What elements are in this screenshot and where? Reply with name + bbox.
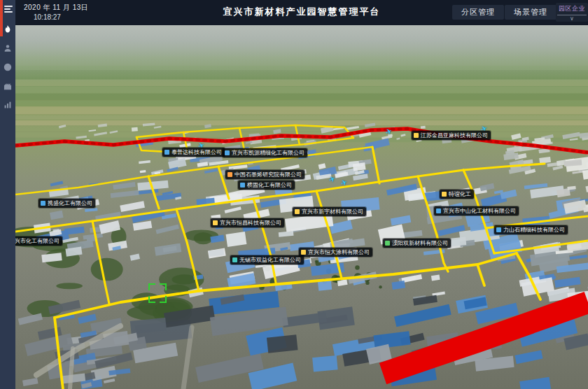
- company-name: 无锡市双益化工有限公司: [239, 256, 301, 264]
- globe-icon: [4, 63, 12, 71]
- sidebar: [0, 0, 15, 389]
- company-marker-icon: [295, 209, 300, 214]
- menu-icon[interactable]: [4, 6, 13, 13]
- company-name: 江苏金昌亚麻科技有限公司: [421, 132, 488, 139]
- smart-park-platform: 2020 年 11 月 13日 10:18:27 宜兴市新材料产业园智慧管理平台…: [0, 0, 588, 389]
- company-name: 特谊化工: [449, 190, 471, 198]
- company-label[interactable]: 宜兴市中山化工材料有限公司: [434, 206, 519, 215]
- company-name: 宜兴市恒昌科技有限公司: [220, 219, 281, 227]
- company-name: 中国石墨烯研究院有限公司: [234, 171, 302, 178]
- company-name: 携盛化工有限公司: [48, 199, 92, 207]
- date-display: 2020 年 11 月 13日: [24, 3, 88, 13]
- factory-icon: [4, 82, 12, 90]
- company-marker-icon: [164, 150, 169, 155]
- company-label[interactable]: 宜兴市恒大涂料有限公司: [299, 248, 372, 257]
- person-icon: [4, 44, 12, 52]
- company-label[interactable]: 溧阳双新材料有限公司: [383, 239, 451, 248]
- header: 2020 年 11 月 13日 10:18:27 宜兴市新材料产业园智慧管理平台…: [15, 0, 588, 25]
- company-name: 宜兴市凯源精细化工有限公司: [232, 149, 304, 157]
- company-name: 宜兴市新宇材料有限公司: [302, 208, 363, 215]
- zone-management-button[interactable]: 分区管理: [452, 5, 504, 20]
- company-label[interactable]: 携盛化工有限公司: [38, 199, 95, 208]
- company-name: 溧阳双新材料有限公司: [392, 239, 448, 247]
- sidebar-item-alerts[interactable]: [0, 20, 15, 38]
- company-marker-icon: [414, 133, 419, 138]
- company-marker-icon: [240, 183, 245, 188]
- company-label[interactable]: 江苏金昌亚麻科技有限公司: [412, 131, 491, 140]
- page-title: 宜兴市新材料产业园智慧管理平台: [223, 6, 381, 18]
- selection-brackets: [148, 283, 167, 303]
- sidebar-item-statistics[interactable]: [0, 95, 15, 114]
- company-label[interactable]: 兴市化工有限公司: [15, 236, 62, 246]
- company-marker-icon: [225, 150, 230, 155]
- company-marker-icon: [442, 192, 447, 197]
- company-label[interactable]: 宜兴市凯源精细化工有限公司: [223, 148, 307, 157]
- company-name: 力山石精细科技有限公司: [503, 226, 565, 234]
- sidebar-item-personnel[interactable]: [0, 38, 15, 57]
- company-marker-icon: [436, 208, 441, 213]
- scene-management-button[interactable]: 场景管理: [505, 5, 556, 20]
- time-display: 10:18:27: [34, 13, 61, 21]
- company-label[interactable]: 泰普达科技有限公司: [162, 148, 225, 157]
- company-marker-icon: [232, 257, 237, 262]
- company-marker-icon: [227, 172, 232, 177]
- bar-chart-icon: [4, 101, 12, 109]
- company-label[interactable]: 宜兴市恒昌科技有限公司: [211, 218, 284, 227]
- map-3d-view[interactable]: 泰普达科技有限公司 宜兴市凯源精细化工有限公司 江苏金昌亚麻科技有限公司 中国石…: [15, 25, 588, 389]
- dropdown-label: 园区企业: [557, 3, 587, 15]
- park-enterprises-dropdown[interactable]: 园区企业 ∨: [556, 3, 588, 22]
- sidebar-item-enterprises[interactable]: [0, 76, 15, 95]
- chevron-down-icon: ∨: [556, 15, 588, 22]
- company-marker-icon: [496, 227, 501, 232]
- company-marker-icon: [301, 250, 306, 255]
- company-label[interactable]: 无锡市双益化工有限公司: [230, 255, 304, 264]
- company-name: 宜兴市恒大涂料有限公司: [308, 248, 370, 256]
- company-label[interactable]: 力山石精细科技有限公司: [494, 225, 568, 234]
- company-name: 横固化工有限公司: [247, 181, 292, 189]
- company-name: 泰普达科技有限公司: [172, 148, 222, 156]
- company-name: 宜兴市中山化工材料有限公司: [443, 207, 516, 215]
- company-name: 兴市化工有限公司: [15, 237, 59, 245]
- company-label[interactable]: 特谊化工: [440, 190, 474, 199]
- company-label[interactable]: 中国石墨烯研究院有限公司: [225, 170, 304, 179]
- company-marker-icon: [41, 201, 46, 206]
- company-label[interactable]: 宜兴市新宇材料有限公司: [293, 207, 366, 216]
- company-label[interactable]: 横固化工有限公司: [238, 181, 295, 190]
- sidebar-item-monitor[interactable]: [0, 57, 15, 76]
- company-marker-icon: [385, 241, 390, 246]
- company-marker-icon: [213, 220, 218, 225]
- flame-icon: [4, 25, 12, 34]
